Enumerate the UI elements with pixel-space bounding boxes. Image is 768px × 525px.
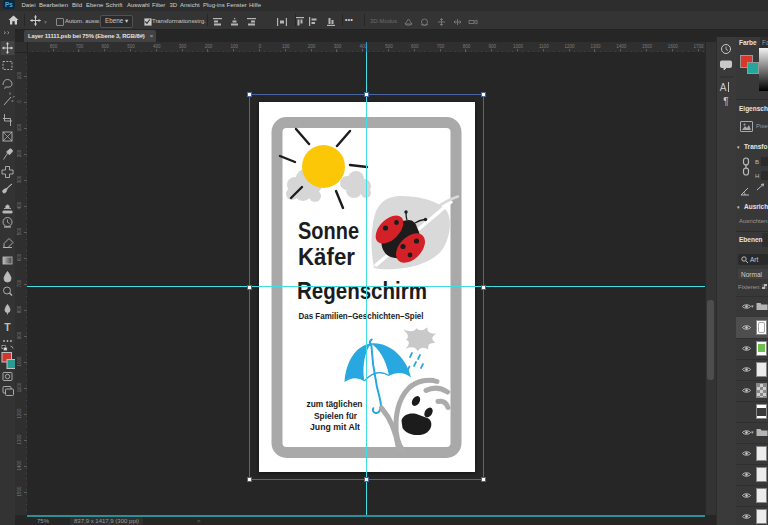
svg-text:¶: ¶ (723, 96, 728, 107)
svg-text:zum täglichen: zum täglichen (307, 399, 363, 409)
svg-text:Jung mit Alt: Jung mit Alt (310, 422, 360, 432)
svg-text:Das Familien–Geschichten–Spiel: Das Familien–Geschichten–Spiel (299, 311, 424, 321)
svg-text:T: T (4, 321, 11, 333)
svg-text:Regenschirm: Regenschirm (297, 278, 427, 304)
svg-text:A: A (720, 82, 727, 93)
svg-text:Sonne: Sonne (298, 218, 359, 244)
svg-text:Spielen für: Spielen für (314, 411, 357, 421)
svg-text:Käfer: Käfer (298, 244, 355, 270)
